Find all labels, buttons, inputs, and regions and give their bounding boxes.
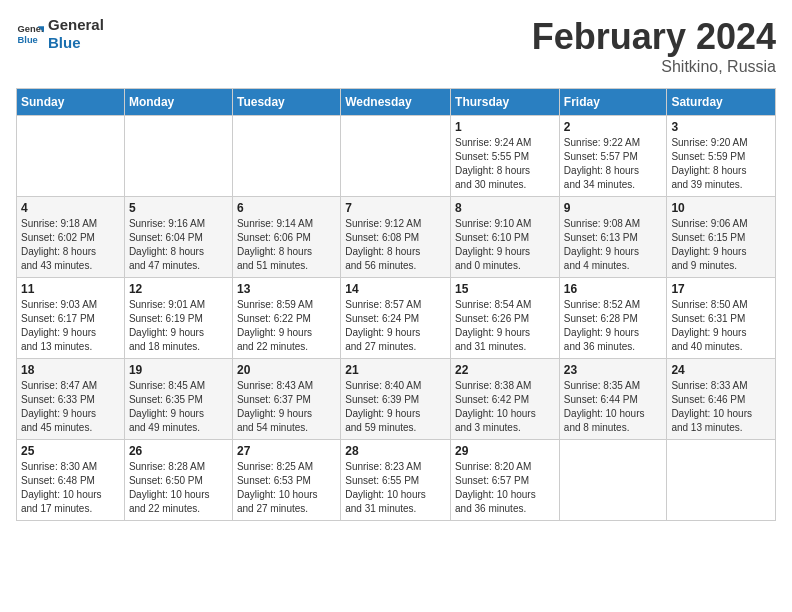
day-number: 27 (237, 444, 336, 458)
day-number: 7 (345, 201, 446, 215)
day-info: Sunrise: 8:47 AM Sunset: 6:33 PM Dayligh… (21, 379, 120, 435)
calendar-day-cell: 14Sunrise: 8:57 AM Sunset: 6:24 PM Dayli… (341, 278, 451, 359)
day-number: 22 (455, 363, 555, 377)
logo: General Blue General Blue (16, 16, 104, 52)
day-info: Sunrise: 9:06 AM Sunset: 6:15 PM Dayligh… (671, 217, 771, 273)
day-number: 1 (455, 120, 555, 134)
calendar-day-cell: 22Sunrise: 8:38 AM Sunset: 6:42 PM Dayli… (451, 359, 560, 440)
day-info: Sunrise: 9:20 AM Sunset: 5:59 PM Dayligh… (671, 136, 771, 192)
calendar-day-cell: 4Sunrise: 9:18 AM Sunset: 6:02 PM Daylig… (17, 197, 125, 278)
day-info: Sunrise: 8:35 AM Sunset: 6:44 PM Dayligh… (564, 379, 663, 435)
day-info: Sunrise: 9:12 AM Sunset: 6:08 PM Dayligh… (345, 217, 446, 273)
weekday-header-saturday: Saturday (667, 89, 776, 116)
month-year-title: February 2024 (532, 16, 776, 58)
svg-text:General: General (18, 24, 44, 34)
empty-day-cell (232, 116, 340, 197)
day-number: 16 (564, 282, 663, 296)
calendar-week-row: 11Sunrise: 9:03 AM Sunset: 6:17 PM Dayli… (17, 278, 776, 359)
day-number: 6 (237, 201, 336, 215)
calendar-day-cell: 24Sunrise: 8:33 AM Sunset: 6:46 PM Dayli… (667, 359, 776, 440)
weekday-header-row: SundayMondayTuesdayWednesdayThursdayFrid… (17, 89, 776, 116)
location-subtitle: Shitkino, Russia (532, 58, 776, 76)
calendar-day-cell: 7Sunrise: 9:12 AM Sunset: 6:08 PM Daylig… (341, 197, 451, 278)
day-info: Sunrise: 8:54 AM Sunset: 6:26 PM Dayligh… (455, 298, 555, 354)
logo-icon: General Blue (16, 20, 44, 48)
weekday-header-wednesday: Wednesday (341, 89, 451, 116)
day-info: Sunrise: 8:25 AM Sunset: 6:53 PM Dayligh… (237, 460, 336, 516)
calendar-day-cell: 28Sunrise: 8:23 AM Sunset: 6:55 PM Dayli… (341, 440, 451, 521)
calendar-day-cell: 9Sunrise: 9:08 AM Sunset: 6:13 PM Daylig… (559, 197, 667, 278)
empty-day-cell (124, 116, 232, 197)
day-info: Sunrise: 8:30 AM Sunset: 6:48 PM Dayligh… (21, 460, 120, 516)
weekday-header-thursday: Thursday (451, 89, 560, 116)
calendar-day-cell: 3Sunrise: 9:20 AM Sunset: 5:59 PM Daylig… (667, 116, 776, 197)
calendar-day-cell: 29Sunrise: 8:20 AM Sunset: 6:57 PM Dayli… (451, 440, 560, 521)
calendar-day-cell: 23Sunrise: 8:35 AM Sunset: 6:44 PM Dayli… (559, 359, 667, 440)
day-number: 15 (455, 282, 555, 296)
calendar-day-cell: 2Sunrise: 9:22 AM Sunset: 5:57 PM Daylig… (559, 116, 667, 197)
day-number: 12 (129, 282, 228, 296)
calendar-day-cell: 5Sunrise: 9:16 AM Sunset: 6:04 PM Daylig… (124, 197, 232, 278)
day-info: Sunrise: 8:40 AM Sunset: 6:39 PM Dayligh… (345, 379, 446, 435)
day-number: 28 (345, 444, 446, 458)
day-number: 4 (21, 201, 120, 215)
calendar-day-cell: 13Sunrise: 8:59 AM Sunset: 6:22 PM Dayli… (232, 278, 340, 359)
day-info: Sunrise: 9:10 AM Sunset: 6:10 PM Dayligh… (455, 217, 555, 273)
calendar-day-cell: 27Sunrise: 8:25 AM Sunset: 6:53 PM Dayli… (232, 440, 340, 521)
calendar-day-cell: 18Sunrise: 8:47 AM Sunset: 6:33 PM Dayli… (17, 359, 125, 440)
calendar-day-cell: 1Sunrise: 9:24 AM Sunset: 5:55 PM Daylig… (451, 116, 560, 197)
day-number: 8 (455, 201, 555, 215)
day-number: 24 (671, 363, 771, 377)
day-number: 11 (21, 282, 120, 296)
day-info: Sunrise: 8:43 AM Sunset: 6:37 PM Dayligh… (237, 379, 336, 435)
day-info: Sunrise: 8:59 AM Sunset: 6:22 PM Dayligh… (237, 298, 336, 354)
day-number: 2 (564, 120, 663, 134)
day-info: Sunrise: 9:14 AM Sunset: 6:06 PM Dayligh… (237, 217, 336, 273)
day-info: Sunrise: 9:01 AM Sunset: 6:19 PM Dayligh… (129, 298, 228, 354)
day-number: 29 (455, 444, 555, 458)
day-number: 5 (129, 201, 228, 215)
day-info: Sunrise: 9:22 AM Sunset: 5:57 PM Dayligh… (564, 136, 663, 192)
day-number: 3 (671, 120, 771, 134)
calendar-week-row: 1Sunrise: 9:24 AM Sunset: 5:55 PM Daylig… (17, 116, 776, 197)
calendar-day-cell: 26Sunrise: 8:28 AM Sunset: 6:50 PM Dayli… (124, 440, 232, 521)
day-info: Sunrise: 8:38 AM Sunset: 6:42 PM Dayligh… (455, 379, 555, 435)
calendar-day-cell: 10Sunrise: 9:06 AM Sunset: 6:15 PM Dayli… (667, 197, 776, 278)
empty-day-cell (341, 116, 451, 197)
day-info: Sunrise: 8:28 AM Sunset: 6:50 PM Dayligh… (129, 460, 228, 516)
calendar-day-cell: 8Sunrise: 9:10 AM Sunset: 6:10 PM Daylig… (451, 197, 560, 278)
title-block: February 2024 Shitkino, Russia (532, 16, 776, 76)
calendar-day-cell: 16Sunrise: 8:52 AM Sunset: 6:28 PM Dayli… (559, 278, 667, 359)
calendar-table: SundayMondayTuesdayWednesdayThursdayFrid… (16, 88, 776, 521)
weekday-header-sunday: Sunday (17, 89, 125, 116)
day-info: Sunrise: 9:18 AM Sunset: 6:02 PM Dayligh… (21, 217, 120, 273)
day-number: 10 (671, 201, 771, 215)
day-info: Sunrise: 9:03 AM Sunset: 6:17 PM Dayligh… (21, 298, 120, 354)
calendar-week-row: 4Sunrise: 9:18 AM Sunset: 6:02 PM Daylig… (17, 197, 776, 278)
day-info: Sunrise: 9:16 AM Sunset: 6:04 PM Dayligh… (129, 217, 228, 273)
day-info: Sunrise: 8:50 AM Sunset: 6:31 PM Dayligh… (671, 298, 771, 354)
weekday-header-friday: Friday (559, 89, 667, 116)
day-number: 9 (564, 201, 663, 215)
calendar-day-cell: 17Sunrise: 8:50 AM Sunset: 6:31 PM Dayli… (667, 278, 776, 359)
calendar-day-cell: 20Sunrise: 8:43 AM Sunset: 6:37 PM Dayli… (232, 359, 340, 440)
calendar-day-cell: 25Sunrise: 8:30 AM Sunset: 6:48 PM Dayli… (17, 440, 125, 521)
weekday-header-monday: Monday (124, 89, 232, 116)
day-number: 18 (21, 363, 120, 377)
day-number: 26 (129, 444, 228, 458)
weekday-header-tuesday: Tuesday (232, 89, 340, 116)
empty-day-cell (559, 440, 667, 521)
day-number: 13 (237, 282, 336, 296)
day-number: 19 (129, 363, 228, 377)
day-number: 23 (564, 363, 663, 377)
day-number: 20 (237, 363, 336, 377)
calendar-day-cell: 19Sunrise: 8:45 AM Sunset: 6:35 PM Dayli… (124, 359, 232, 440)
day-info: Sunrise: 8:33 AM Sunset: 6:46 PM Dayligh… (671, 379, 771, 435)
calendar-day-cell: 15Sunrise: 8:54 AM Sunset: 6:26 PM Dayli… (451, 278, 560, 359)
day-number: 25 (21, 444, 120, 458)
day-info: Sunrise: 8:52 AM Sunset: 6:28 PM Dayligh… (564, 298, 663, 354)
calendar-day-cell: 21Sunrise: 8:40 AM Sunset: 6:39 PM Dayli… (341, 359, 451, 440)
day-info: Sunrise: 8:45 AM Sunset: 6:35 PM Dayligh… (129, 379, 228, 435)
day-info: Sunrise: 9:24 AM Sunset: 5:55 PM Dayligh… (455, 136, 555, 192)
calendar-day-cell: 6Sunrise: 9:14 AM Sunset: 6:06 PM Daylig… (232, 197, 340, 278)
